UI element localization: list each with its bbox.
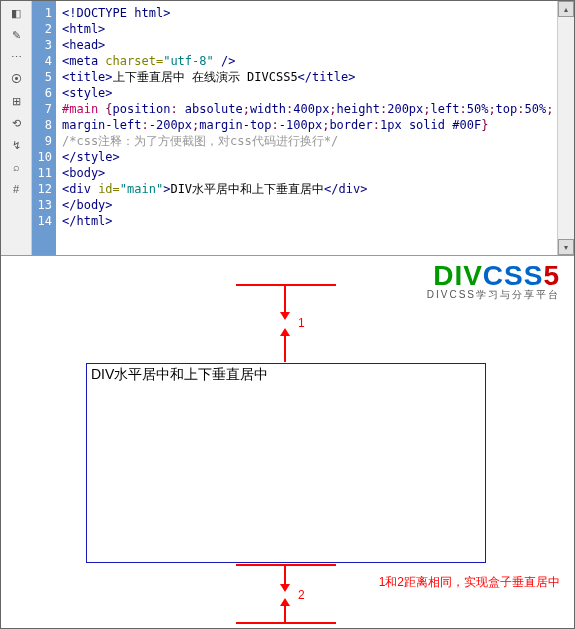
code-token: DIV水平居中和上下垂直居中 [170, 182, 324, 196]
code-token: <body> [62, 166, 105, 180]
code-token: height [337, 102, 380, 116]
code-token: "utf-8" [163, 54, 214, 68]
code-token: left [431, 102, 460, 116]
code-token: border [329, 118, 372, 132]
line-number-gutter: 1 2 3 4 5 6 7 8 9 10 11 12 13 14 [32, 1, 56, 255]
line-number: 10 [32, 149, 52, 165]
code-comment: /*css注释：为了方便截图，对css代码进行换行*/ [62, 134, 338, 148]
code-token: 50% [467, 102, 489, 116]
arrow-down-icon [280, 312, 290, 320]
code-token: margin-top [199, 118, 271, 132]
box-text: DIV水平居中和上下垂直居中 [87, 364, 485, 386]
arrow-down-icon [280, 584, 290, 592]
code-token: </body> [62, 198, 113, 212]
logo: DIVCSS5 DIVCSS学习与分享平台 [427, 260, 560, 302]
code-area[interactable]: <!DOCTYPE html> <html> <head> <meta char… [56, 1, 574, 255]
line-number: 1 [32, 5, 52, 21]
code-token: ; [243, 102, 250, 116]
code-token: </html> [62, 214, 113, 228]
code-token: <html> [62, 22, 105, 36]
code-token: -100px [279, 118, 322, 132]
annotation-number-1: 1 [298, 316, 305, 330]
code-token: 400px [293, 102, 329, 116]
code-token: /> [214, 54, 236, 68]
vertical-scrollbar[interactable]: ▴ ▾ [557, 1, 574, 255]
code-token: "main" [120, 182, 163, 196]
code-token: charset= [98, 54, 163, 68]
preview-pane: DIVCSS5 DIVCSS学习与分享平台 1 DIV水平居中和上下垂直居中 2… [1, 256, 574, 629]
tool-icon[interactable]: ◧ [8, 5, 24, 21]
code-token: 上下垂直居中 在线演示 DIVCSS5 [113, 70, 298, 84]
code-token: id= [91, 182, 120, 196]
annotation-note: 1和2距离相同，实现盒子垂直居中 [379, 574, 560, 591]
tool-icon[interactable]: ⦿ [8, 71, 24, 87]
line-number: 13 [32, 197, 52, 213]
code-token: width [250, 102, 286, 116]
line-number: 5 [32, 69, 52, 85]
code-token: #main [62, 102, 105, 116]
annotation-arrow [284, 334, 286, 362]
tool-icon[interactable]: ⌕ [8, 159, 24, 175]
tool-icon[interactable]: ⋯ [8, 49, 24, 65]
code-token: } [481, 118, 488, 132]
annotation-rule-top [236, 284, 336, 286]
code-token: 1px solid #00F [380, 118, 481, 132]
line-number: 2 [32, 21, 52, 37]
line-number: 7 [32, 101, 52, 117]
code-token: 200px [387, 102, 423, 116]
line-number: 3 [32, 37, 52, 53]
centered-div-box: DIV水平居中和上下垂直居中 [86, 363, 486, 563]
line-number: 9 [32, 133, 52, 149]
code-token: -200px [149, 118, 192, 132]
scroll-track[interactable] [558, 17, 574, 239]
code-token: position [113, 102, 171, 116]
annotation-arrow [284, 604, 286, 622]
code-token: <div [62, 182, 91, 196]
code-token: <style> [62, 86, 113, 100]
tool-icon[interactable]: ⊞ [8, 93, 24, 109]
annotation-number-2: 2 [298, 588, 305, 602]
code-token: </div> [324, 182, 367, 196]
code-token: <head> [62, 38, 105, 52]
code-token: <title> [62, 70, 113, 84]
code-token: 50% [525, 102, 547, 116]
code-editor-pane: ◧ ✎ ⋯ ⦿ ⊞ ⟲ ↯ ⌕ # 1 2 3 4 5 6 7 8 9 10 1… [1, 1, 574, 256]
scroll-down-button[interactable]: ▾ [558, 239, 574, 255]
code-token: { [105, 102, 112, 116]
code-token: </title> [298, 70, 356, 84]
code-token: </style> [62, 150, 120, 164]
code-token: : [170, 102, 184, 116]
line-number: 8 [32, 117, 52, 133]
tool-icon[interactable]: ✎ [8, 27, 24, 43]
arrow-up-icon [280, 598, 290, 606]
annotation-rule-mid [236, 564, 336, 566]
line-number: 14 [32, 213, 52, 229]
tool-icon[interactable]: ⟲ [8, 115, 24, 131]
code-token: top [496, 102, 518, 116]
code-token: <meta [62, 54, 98, 68]
annotation-rule-bottom [236, 622, 336, 624]
line-number: 12 [32, 181, 52, 197]
logo-subtitle: DIVCSS学习与分享平台 [427, 288, 560, 302]
line-number: 6 [32, 85, 52, 101]
code-token: <!DOCTYPE html> [62, 6, 170, 20]
app-window: ◧ ✎ ⋯ ⦿ ⊞ ⟲ ↯ ⌕ # 1 2 3 4 5 6 7 8 9 10 1… [0, 0, 575, 629]
code-token: absolute [185, 102, 243, 116]
line-number: 11 [32, 165, 52, 181]
code-token: margin-left [62, 118, 141, 132]
scroll-up-button[interactable]: ▴ [558, 1, 574, 17]
line-number: 4 [32, 53, 52, 69]
editor-toolbar: ◧ ✎ ⋯ ⦿ ⊞ ⟲ ↯ ⌕ # [1, 1, 32, 255]
arrow-up-icon [280, 328, 290, 336]
tool-icon[interactable]: # [8, 181, 24, 197]
tool-icon[interactable]: ↯ [8, 137, 24, 153]
